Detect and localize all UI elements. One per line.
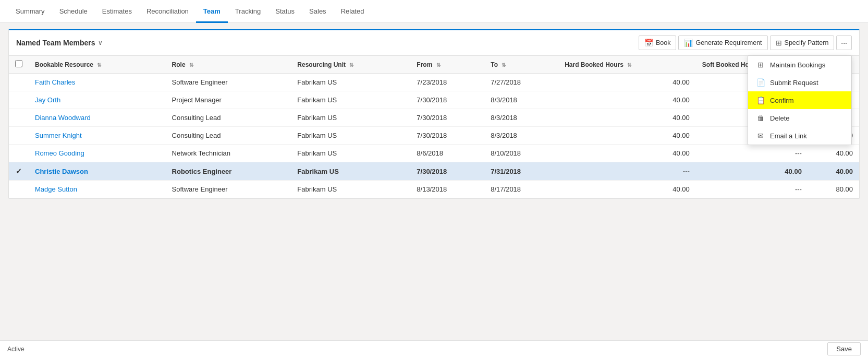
row-resource[interactable]: Jay Orth bbox=[29, 91, 166, 109]
header-resourcing-unit[interactable]: Resourcing Unit ⇅ bbox=[291, 56, 410, 74]
main-content: Named Team Members ∨ 📅 Book 📊 Generate R… bbox=[0, 23, 868, 340]
sort-from-icon: ⇅ bbox=[436, 62, 441, 68]
status-bar: Active Save bbox=[0, 340, 868, 357]
nav-schedule[interactable]: Schedule bbox=[52, 0, 95, 23]
row-unit: Fabrikam US bbox=[291, 145, 410, 162]
row-role: Project Manager bbox=[166, 91, 291, 109]
row-from: 7/30/2018 bbox=[410, 162, 484, 181]
row-resource[interactable]: Madge Sutton bbox=[29, 181, 166, 198]
row-resource[interactable]: Romeo Gooding bbox=[29, 145, 166, 162]
toolbar: 📅 Book 📊 Generate Requirement ⊞ Specify … bbox=[639, 35, 852, 50]
row-unit: Fabrikam US bbox=[291, 127, 410, 145]
resource-link[interactable]: Faith Charles bbox=[35, 78, 75, 86]
section-expand-icon[interactable]: ∨ bbox=[98, 39, 103, 46]
row-check[interactable] bbox=[9, 109, 29, 127]
row-unit: Fabrikam US bbox=[291, 74, 410, 91]
row-resource[interactable]: Summer Knight bbox=[29, 127, 166, 145]
row-hard-hours: 40.00 bbox=[558, 145, 696, 162]
more-button[interactable]: ··· bbox=[836, 35, 852, 50]
header-check[interactable] bbox=[9, 56, 29, 74]
row-hard-hours: 40.00 bbox=[558, 74, 696, 91]
generate-requirement-button[interactable]: 📊 Generate Requirement bbox=[678, 35, 767, 50]
table-row[interactable]: Dianna WoodwardConsulting LeadFabrikam U… bbox=[9, 109, 859, 127]
nav-reconciliation[interactable]: Reconciliation bbox=[139, 0, 196, 23]
resource-link[interactable]: Summer Knight bbox=[35, 132, 82, 139]
header-from[interactable]: From ⇅ bbox=[410, 56, 484, 74]
row-role: Robotics Engineer bbox=[166, 162, 291, 181]
nav-sales[interactable]: Sales bbox=[302, 0, 334, 23]
row-hard-hours: --- bbox=[558, 162, 696, 181]
header-role[interactable]: Role ⇅ bbox=[166, 56, 291, 74]
sort-unit-icon: ⇅ bbox=[349, 62, 353, 68]
row-from: 7/30/2018 bbox=[410, 109, 484, 127]
book-label: Book bbox=[656, 39, 671, 46]
nav-team[interactable]: Team bbox=[196, 0, 228, 23]
nav-status[interactable]: Status bbox=[268, 0, 302, 23]
row-from: 8/13/2018 bbox=[410, 181, 484, 198]
sort-resource-icon: ⇅ bbox=[97, 62, 101, 68]
row-soft-hours: --- bbox=[696, 181, 808, 198]
resource-link[interactable]: Madge Sutton bbox=[35, 185, 77, 193]
row-check[interactable] bbox=[9, 181, 29, 198]
row-to: 7/31/2018 bbox=[484, 162, 558, 181]
menu-email-link[interactable]: ✉ Email a Link bbox=[748, 127, 851, 145]
row-soft-hours: --- bbox=[696, 145, 808, 162]
row-unit: Fabrikam US bbox=[291, 162, 410, 181]
sort-to-icon: ⇅ bbox=[502, 62, 506, 68]
row-to: 8/3/2018 bbox=[484, 127, 558, 145]
section-title: Named Team Members bbox=[16, 39, 95, 47]
resource-link[interactable]: Christie Dawson bbox=[35, 168, 88, 175]
row-from: 7/23/2018 bbox=[410, 74, 484, 91]
table-row[interactable]: Madge SuttonSoftware EngineerFabrikam US… bbox=[9, 181, 859, 198]
menu-confirm-label: Confirm bbox=[770, 97, 794, 104]
menu-submit-request[interactable]: 📄 Submit Request bbox=[748, 74, 851, 91]
header-hard-booked-hours[interactable]: Hard Booked Hours ⇅ bbox=[558, 56, 696, 74]
maintain-bookings-icon: ⊞ bbox=[756, 61, 765, 69]
menu-delete[interactable]: 🗑 Delete bbox=[748, 109, 851, 127]
header-soft-booked-hours-label: Soft Booked Ho... bbox=[702, 61, 754, 68]
resource-link[interactable]: Romeo Gooding bbox=[35, 149, 84, 157]
row-to: 8/3/2018 bbox=[484, 91, 558, 109]
row-check[interactable] bbox=[9, 74, 29, 91]
sort-hard-icon: ⇅ bbox=[627, 62, 631, 68]
row-resource[interactable]: Christie Dawson bbox=[29, 162, 166, 181]
table-row[interactable]: Summer KnightConsulting LeadFabrikam US7… bbox=[9, 127, 859, 145]
row-unit: Fabrikam US bbox=[291, 91, 410, 109]
header-to[interactable]: To ⇅ bbox=[484, 56, 558, 74]
select-all-checkbox[interactable] bbox=[15, 60, 22, 67]
row-to: 8/10/2018 bbox=[484, 145, 558, 162]
table-row[interactable]: ✓Christie DawsonRobotics EngineerFabrika… bbox=[9, 162, 859, 181]
row-check[interactable] bbox=[9, 145, 29, 162]
nav-tracking[interactable]: Tracking bbox=[228, 0, 268, 23]
table-row[interactable]: Jay OrthProject ManagerFabrikam US7/30/2… bbox=[9, 91, 859, 109]
row-hard-hours: 40.00 bbox=[558, 91, 696, 109]
menu-maintain-bookings[interactable]: ⊞ Maintain Bookings bbox=[748, 56, 851, 74]
table-row[interactable]: Faith CharlesSoftware EngineerFabrikam U… bbox=[9, 74, 859, 91]
row-hard-hours: 40.00 bbox=[558, 109, 696, 127]
row-soft-booked-extra: 40.00 bbox=[808, 145, 859, 162]
save-button[interactable]: Save bbox=[827, 342, 861, 355]
resource-link[interactable]: Dianna Woodward bbox=[35, 114, 91, 122]
row-check[interactable]: ✓ bbox=[9, 162, 29, 181]
book-button[interactable]: 📅 Book bbox=[639, 35, 677, 50]
row-check[interactable] bbox=[9, 91, 29, 109]
menu-confirm[interactable]: 📋 Confirm bbox=[748, 91, 851, 109]
nav-summary[interactable]: Summary bbox=[8, 0, 52, 23]
header-bookable-resource[interactable]: Bookable Resource ⇅ bbox=[29, 56, 166, 74]
row-resource[interactable]: Faith Charles bbox=[29, 74, 166, 91]
delete-icon: 🗑 bbox=[756, 114, 765, 122]
resource-link[interactable]: Jay Orth bbox=[35, 96, 60, 104]
row-hard-hours: 40.00 bbox=[558, 127, 696, 145]
top-nav: Summary Schedule Estimates Reconciliatio… bbox=[0, 0, 868, 23]
context-menu: ⊞ Maintain Bookings 📄 Submit Request 📋 C… bbox=[748, 55, 852, 145]
generate-icon: 📊 bbox=[684, 39, 693, 47]
row-check[interactable] bbox=[9, 127, 29, 145]
row-resource[interactable]: Dianna Woodward bbox=[29, 109, 166, 127]
nav-related[interactable]: Related bbox=[334, 0, 372, 23]
specify-pattern-button[interactable]: ⊞ Specify Pattern bbox=[770, 35, 835, 50]
menu-maintain-bookings-label: Maintain Bookings bbox=[770, 61, 825, 69]
nav-estimates[interactable]: Estimates bbox=[95, 0, 139, 23]
table-row[interactable]: Romeo GoodingNetwork TechnicianFabrikam … bbox=[9, 145, 859, 162]
row-role: Software Engineer bbox=[166, 181, 291, 198]
book-icon: 📅 bbox=[644, 39, 653, 47]
